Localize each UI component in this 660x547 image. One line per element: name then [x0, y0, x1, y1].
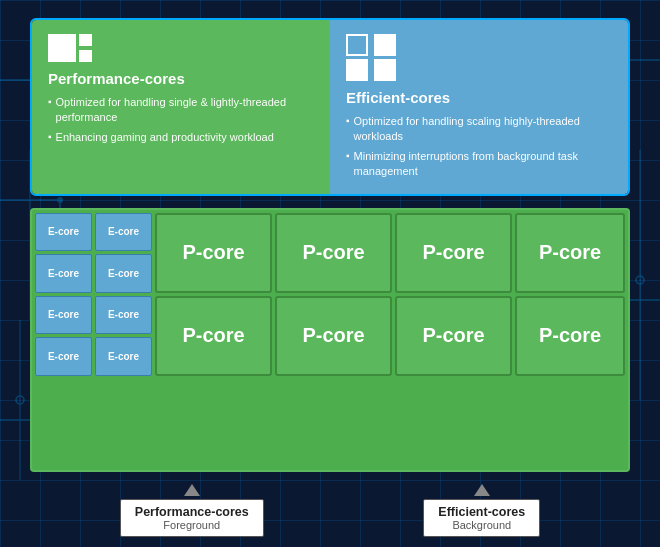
- e-cores-bottom-title: Efficient-cores: [438, 505, 525, 519]
- e-cores-bullets: Optimized for handling scaling highly-th…: [346, 114, 612, 180]
- p-cores-bullets: Optimized for handling single & lightly-…: [48, 95, 314, 145]
- p-core-cell-5: P-core: [155, 296, 272, 376]
- e-cores-bottom-subtitle: Background: [452, 519, 511, 531]
- top-section: Performance-cores Optimized for handling…: [30, 18, 630, 196]
- e-core-cell-6: E-core: [95, 296, 152, 335]
- p-cores-bottom-subtitle: Foreground: [163, 519, 220, 531]
- main-container: Performance-cores Optimized for handling…: [0, 0, 660, 547]
- p-core-cell-1: P-core: [155, 213, 272, 293]
- p-core-cell-3: P-core: [395, 213, 512, 293]
- e-core-cell-8: E-core: [95, 337, 152, 376]
- p-cores-label: Performance-cores: [48, 70, 314, 87]
- e-cores-label: Efficient-cores: [346, 89, 612, 106]
- p-core-cell-8: P-core: [515, 296, 625, 376]
- p-core-cell-4: P-core: [515, 213, 625, 293]
- e-core-cell-1: E-core: [35, 213, 92, 252]
- p-cores-arrow: [184, 484, 200, 496]
- e-cores-group: E-core E-core E-core E-core E-core E-cor…: [35, 213, 152, 376]
- e-cores-icon: [346, 34, 398, 81]
- e-cores-bullet-1: Optimized for handling scaling highly-th…: [346, 114, 612, 145]
- e-cores-info-panel: Efficient-cores Optimized for handling s…: [330, 20, 628, 194]
- bottom-labels: Performance-cores Foreground Efficient-c…: [30, 484, 630, 537]
- p-core-cell-6: P-core: [275, 296, 392, 376]
- p-cores-bottom-title: Performance-cores: [135, 505, 249, 519]
- p-cores-label-group: Performance-cores Foreground: [120, 484, 264, 537]
- p-cores-bullet-2: Enhancing gaming and productivity worklo…: [48, 130, 314, 145]
- chip-diagram: P-core P-core P-core P-core E-core E-cor…: [30, 208, 630, 472]
- p-core-cell-2: P-core: [275, 213, 392, 293]
- e-core-cell-7: E-core: [35, 337, 92, 376]
- e-cores-bullet-2: Minimizing interruptions from background…: [346, 149, 612, 180]
- p-cores-info-panel: Performance-cores Optimized for handling…: [32, 20, 330, 194]
- p-cores-icon: [48, 34, 103, 62]
- e-cores-label-group: Efficient-cores Background: [423, 484, 540, 537]
- e-cores-bottom-label: Efficient-cores Background: [423, 499, 540, 537]
- e-core-cell-5: E-core: [35, 296, 92, 335]
- p-core-cell-7: P-core: [395, 296, 512, 376]
- e-core-cell-2: E-core: [95, 213, 152, 252]
- e-core-cell-3: E-core: [35, 254, 92, 293]
- e-core-cell-4: E-core: [95, 254, 152, 293]
- p-cores-bullet-1: Optimized for handling single & lightly-…: [48, 95, 314, 126]
- e-cores-arrow: [474, 484, 490, 496]
- p-cores-bottom-label: Performance-cores Foreground: [120, 499, 264, 537]
